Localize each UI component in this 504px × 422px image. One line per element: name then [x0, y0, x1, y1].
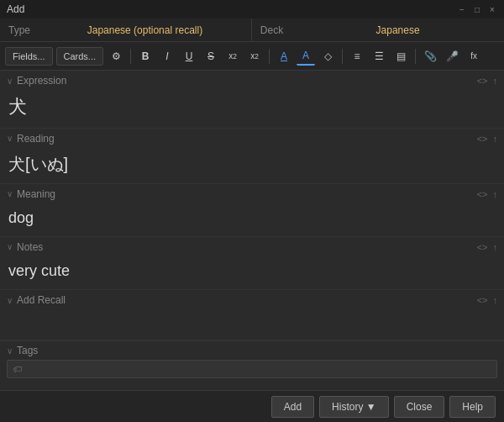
font-color-button[interactable]: A [275, 47, 293, 66]
type-label: Type [0, 24, 39, 36]
notes-code-icon[interactable]: <> [477, 242, 488, 252]
meaning-pin-icon[interactable]: ↑ [493, 189, 498, 199]
cards-button[interactable]: Cards... [56, 47, 104, 66]
meaning-code-icon[interactable]: <> [477, 189, 488, 199]
ordered-list-button[interactable]: ☰ [370, 47, 388, 66]
expression-header-left: ∨ Expression [7, 75, 66, 87]
tags-header: ∨ Tags [7, 345, 497, 356]
meaning-chevron: ∨ [7, 189, 13, 198]
minimize-button[interactable]: − [457, 4, 467, 14]
superscript-button[interactable]: x2 [223, 47, 242, 66]
notes-value[interactable]: very cute [8, 261, 496, 281]
add-recall-code-icon[interactable]: <> [477, 295, 488, 305]
maximize-button[interactable]: □ [472, 4, 482, 14]
tags-label: Tags [17, 345, 38, 356]
reading-header-left: ∨ Reading [7, 133, 55, 145]
reading-field-content[interactable]: 犬[いぬ] [0, 148, 504, 183]
add-recall-field-section: ∨ Add Recall <> ↑ [0, 290, 504, 340]
type-value[interactable]: Japanese (optional recall) [39, 24, 251, 36]
notes-header-left: ∨ Notes [7, 241, 43, 253]
expression-code-icon[interactable]: <> [477, 76, 488, 86]
align-button[interactable]: ▤ [391, 47, 410, 66]
meaning-header-left: ∨ Meaning [7, 188, 55, 200]
notes-field-content[interactable]: very cute [0, 256, 504, 289]
reading-header-right: <> ↑ [477, 134, 497, 144]
history-button[interactable]: History ▼ [319, 396, 389, 418]
type-deck-row: Type Japanese (optional recall) Deck Jap… [0, 18, 504, 42]
strikethrough-button[interactable]: S [202, 47, 220, 66]
deck-label: Deck [252, 24, 291, 36]
add-recall-chevron: ∨ [7, 296, 13, 305]
italic-button[interactable]: I [158, 47, 176, 66]
formula-button[interactable]: fx [465, 47, 483, 66]
subscript-button[interactable]: x2 [245, 47, 264, 66]
bottom-bar: Add History ▼ Close Help [0, 390, 504, 422]
reading-code-icon[interactable]: <> [477, 134, 488, 144]
expression-field-header[interactable]: ∨ Expression <> ↑ [0, 71, 504, 90]
bold-button[interactable]: B [136, 47, 155, 66]
reading-chevron: ∨ [7, 134, 13, 143]
fields-button[interactable]: Fields... [5, 47, 53, 66]
help-button[interactable]: Help [449, 396, 496, 418]
add-recall-field-header[interactable]: ∨ Add Recall <> ↑ [0, 290, 504, 309]
toolbar: Fields... Cards... ⚙ B I U S x2 x2 A A ◇… [0, 42, 504, 71]
expression-header-right: <> ↑ [477, 76, 497, 86]
gear-icon[interactable]: ⚙ [107, 47, 125, 66]
eraser-button[interactable]: ◇ [318, 47, 337, 66]
title-bar: Add − □ × [0, 0, 504, 18]
add-recall-header-right: <> ↑ [477, 295, 497, 305]
close-button[interactable]: Close [394, 396, 445, 418]
reading-pin-icon[interactable]: ↑ [493, 134, 498, 144]
reading-field-section: ∨ Reading <> ↑ 犬[いぬ] [0, 129, 504, 184]
add-recall-header-left: ∨ Add Recall [7, 294, 66, 306]
expression-field-section: ∨ Expression <> ↑ 犬 [0, 71, 504, 129]
deck-value[interactable]: Japanese [291, 24, 504, 36]
meaning-field-section: ∨ Meaning <> ↑ dog [0, 184, 504, 237]
expression-pin-icon[interactable]: ↑ [493, 76, 498, 86]
expression-chevron: ∨ [7, 76, 13, 86]
add-recall-pin-icon[interactable]: ↑ [493, 295, 498, 305]
window-title: Add [7, 3, 24, 15]
meaning-field-content[interactable]: dog [0, 203, 504, 236]
add-recall-label: Add Recall [17, 294, 66, 306]
tags-section: ∨ Tags 🏷 [0, 340, 504, 382]
underline-button[interactable]: U [180, 47, 198, 66]
attach-button[interactable]: 📎 [421, 47, 439, 66]
record-button[interactable]: 🎤 [443, 47, 461, 66]
reading-value[interactable]: 犬[いぬ] [8, 153, 496, 175]
meaning-value[interactable]: dog [8, 208, 496, 228]
notes-field-header[interactable]: ∨ Notes <> ↑ [0, 237, 504, 256]
reading-label: Reading [17, 133, 55, 145]
close-window-button[interactable]: × [487, 4, 497, 14]
add-button[interactable]: Add [271, 396, 314, 418]
unordered-list-button[interactable]: ≡ [348, 47, 366, 66]
highlight-button[interactable]: A [297, 47, 315, 66]
notes-pin-icon[interactable]: ↑ [493, 242, 498, 252]
window-controls[interactable]: − □ × [457, 4, 497, 14]
notes-field-section: ∨ Notes <> ↑ very cute [0, 237, 504, 290]
meaning-header-right: <> ↑ [477, 189, 497, 199]
expression-label: Expression [17, 75, 66, 87]
add-recall-field-content[interactable] [0, 309, 504, 340]
tag-icon: 🏷 [13, 364, 22, 374]
expression-field-content[interactable]: 犬 [0, 90, 504, 128]
notes-header-right: <> ↑ [477, 242, 497, 252]
notes-chevron: ∨ [7, 242, 13, 251]
expression-value[interactable]: 犬 [8, 95, 496, 119]
tags-input[interactable]: 🏷 [7, 360, 497, 378]
meaning-field-header[interactable]: ∨ Meaning <> ↑ [0, 184, 504, 203]
meaning-label: Meaning [17, 188, 55, 200]
tags-chevron: ∨ [7, 346, 13, 356]
notes-label: Notes [17, 241, 43, 253]
reading-field-header[interactable]: ∨ Reading <> ↑ [0, 129, 504, 148]
fields-area: ∨ Expression <> ↑ 犬 ∨ Reading <> ↑ 犬[いぬ] [0, 71, 504, 390]
